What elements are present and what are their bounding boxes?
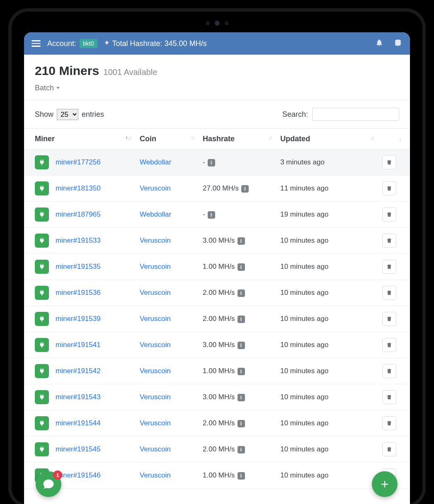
column-header-updated[interactable]: Updated ↓↑ — [276, 129, 378, 150]
sort-icon: ↓ — [399, 136, 401, 142]
updated-value: 10 minutes ago — [280, 471, 328, 479]
info-icon[interactable]: i — [238, 420, 245, 427]
table-row: miner#191545Veruscoin2.00 MH/si10 minute… — [24, 436, 410, 463]
table-row: miner#191539Veruscoin2.00 MH/si10 minute… — [24, 306, 410, 332]
hashrate-value: 3.00 MH/s — [203, 341, 235, 349]
updated-value: 10 minutes ago — [280, 419, 328, 427]
delete-button[interactable] — [382, 181, 396, 195]
info-icon[interactable]: i — [208, 159, 215, 166]
coin-link[interactable]: Webdollar — [140, 158, 171, 166]
updated-value: 19 minutes ago — [280, 210, 328, 218]
updated-value: 10 minutes ago — [280, 315, 328, 323]
miner-link[interactable]: miner#177256 — [56, 158, 101, 166]
delete-button[interactable] — [382, 312, 396, 326]
delete-button[interactable] — [382, 390, 396, 404]
updated-value: 10 minutes ago — [280, 341, 328, 349]
search-input[interactable] — [312, 108, 399, 121]
hashrate-value: 3.00 MH/s — [203, 393, 235, 401]
miner-link[interactable]: miner#191535 — [56, 263, 101, 271]
coin-link[interactable]: Veruscoin — [140, 445, 171, 453]
hashrate-value: 2.00 MH/s — [203, 445, 235, 453]
miner-link[interactable]: miner#191543 — [56, 393, 101, 401]
delete-button[interactable] — [382, 207, 396, 222]
delete-button[interactable] — [382, 364, 396, 378]
coin-link[interactable]: Webdollar — [140, 210, 171, 218]
miner-link[interactable]: miner#191546 — [56, 471, 101, 480]
miner-link[interactable]: miner#191544 — [56, 419, 101, 427]
bell-icon[interactable] — [375, 39, 383, 49]
table-row: miner#177256Webdollar-i3 minutes ago — [24, 150, 410, 176]
delete-button[interactable] — [382, 416, 396, 430]
info-icon[interactable]: i — [238, 472, 245, 480]
info-icon[interactable]: i — [208, 211, 215, 219]
coin-link[interactable]: Veruscoin — [140, 289, 171, 297]
info-icon[interactable]: i — [238, 394, 245, 401]
coin-link[interactable]: Veruscoin — [140, 393, 171, 401]
delete-button[interactable] — [382, 338, 396, 352]
info-icon[interactable]: i — [238, 446, 245, 453]
column-header-actions: ↓ — [378, 129, 410, 150]
hashrate-value: 1.00 MH/s — [203, 263, 235, 270]
chat-button[interactable]: 1 — [36, 471, 61, 497]
miner-link[interactable]: miner#191539 — [56, 315, 101, 323]
info-icon[interactable]: i — [238, 316, 245, 323]
plug-icon — [35, 234, 49, 248]
coin-link[interactable]: Veruscoin — [140, 236, 171, 244]
coins-icon[interactable] — [393, 39, 402, 49]
hashrate-value: 2.00 MH/s — [203, 289, 235, 297]
table-row: miner#191542Veruscoin1.00 MH/si10 minute… — [24, 358, 410, 384]
page-title: 210 Miners — [35, 64, 99, 77]
bolt-icon — [104, 39, 110, 48]
info-icon[interactable]: i — [238, 289, 245, 297]
plug-icon — [35, 364, 49, 378]
info-icon[interactable]: i — [241, 185, 249, 193]
coin-link[interactable]: Veruscoin — [140, 367, 171, 375]
show-label: Show — [35, 110, 53, 119]
coin-link[interactable]: Veruscoin — [140, 341, 171, 349]
miner-link[interactable]: miner#191533 — [56, 236, 101, 245]
hashrate-value: 27.00 MH/s — [203, 184, 239, 192]
account-badge[interactable]: bkt0 — [80, 39, 97, 48]
delete-button[interactable] — [382, 260, 396, 274]
table-row: miner#181350Veruscoin27.00 MH/si11 minut… — [24, 176, 410, 202]
coin-link[interactable]: Veruscoin — [140, 471, 171, 479]
menu-icon[interactable] — [32, 40, 41, 47]
plug-icon — [35, 260, 49, 274]
miner-link[interactable]: miner#191542 — [56, 367, 101, 375]
info-icon[interactable]: i — [238, 368, 245, 375]
table-row: miner#191544Veruscoin2.00 MH/si10 minute… — [24, 410, 410, 436]
miner-link[interactable]: miner#187965 — [56, 210, 101, 219]
miner-link[interactable]: miner#191541 — [56, 341, 101, 349]
table-row: miner#187965Webdollar-i19 minutes ago — [24, 202, 410, 228]
info-icon[interactable]: i — [238, 237, 245, 245]
miner-link[interactable]: miner#181350 — [56, 184, 101, 193]
miner-link[interactable]: miner#191545 — [56, 445, 101, 453]
page-length-select[interactable]: 25 — [57, 109, 78, 120]
batch-dropdown[interactable]: Batch — [35, 84, 60, 92]
chat-badge: 1 — [53, 470, 62, 480]
delete-button[interactable] — [382, 442, 396, 456]
plug-icon — [35, 338, 49, 352]
plug-icon — [35, 286, 49, 300]
column-header-hashrate[interactable]: Hashrate ↓↑ — [199, 129, 276, 150]
table-row: miner#191533Veruscoin3.00 MH/si10 minute… — [24, 228, 410, 254]
miner-link[interactable]: miner#191536 — [56, 289, 101, 297]
updated-value: 10 minutes ago — [280, 445, 328, 453]
search-label: Search: — [282, 110, 308, 119]
page-subtitle: 1001 Available — [104, 68, 158, 77]
updated-value: 11 minutes ago — [280, 184, 328, 192]
info-icon[interactable]: i — [238, 263, 245, 271]
sort-icon: ↓↑ — [191, 135, 194, 141]
info-icon[interactable]: i — [238, 342, 245, 349]
column-header-miner[interactable]: Miner ↑ ↓↑ — [24, 129, 136, 150]
coin-link[interactable]: Veruscoin — [140, 419, 171, 427]
coin-link[interactable]: Veruscoin — [140, 184, 171, 192]
add-button[interactable]: + — [372, 471, 398, 497]
delete-button[interactable] — [382, 234, 396, 248]
plug-icon — [35, 312, 49, 326]
delete-button[interactable] — [382, 155, 396, 169]
column-header-coin[interactable]: Coin ↓↑ — [136, 129, 199, 150]
coin-link[interactable]: Veruscoin — [140, 263, 171, 270]
coin-link[interactable]: Veruscoin — [140, 315, 171, 323]
delete-button[interactable] — [382, 286, 396, 300]
